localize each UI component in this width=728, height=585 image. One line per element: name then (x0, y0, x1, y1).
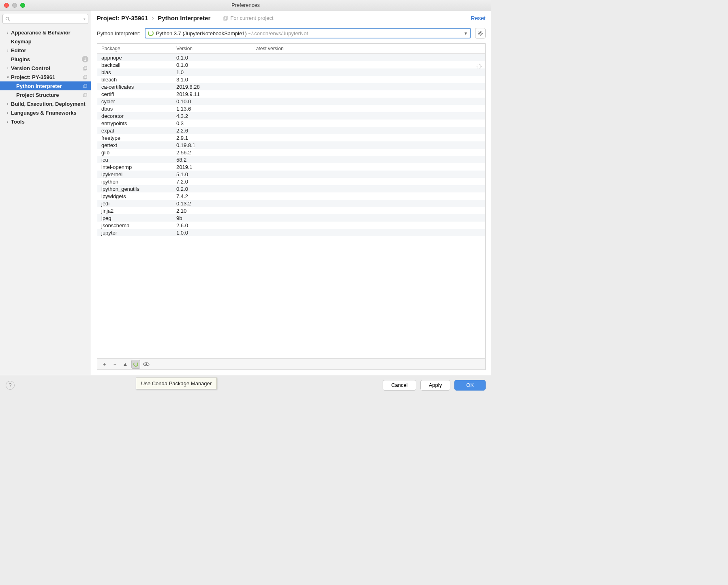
sidebar-item[interactable]: ›Plugins1 (0, 55, 91, 64)
reset-link[interactable]: Reset (471, 15, 486, 21)
cell-package: intel-openmp (97, 164, 172, 170)
copy-icon (83, 93, 88, 97)
cell-package: backcall (97, 62, 172, 68)
cell-version: 58.2 (172, 157, 249, 163)
cell-package: expat (97, 128, 172, 134)
conda-package-manager-button[interactable] (131, 360, 140, 369)
table-row[interactable]: blas1.0 (97, 68, 485, 76)
help-button[interactable]: ? (6, 381, 15, 390)
gear-icon (477, 30, 483, 36)
table-row[interactable]: icu58.2 (97, 156, 485, 163)
table-row[interactable]: ca-certificates2019.8.28 (97, 83, 485, 90)
table-row[interactable]: ipython7.2.0 (97, 178, 485, 185)
table-row[interactable]: jinja22.10 (97, 207, 485, 214)
svg-line-28 (477, 65, 478, 65)
sidebar-item[interactable]: Project Structure (0, 90, 91, 99)
cell-package: glib (97, 149, 172, 156)
cell-version: 1.0.0 (172, 230, 249, 236)
table-row[interactable]: decorator4.3.2 (97, 112, 485, 120)
sidebar-item[interactable]: ▾Project: PY-35961 (0, 73, 91, 81)
show-early-releases-button[interactable] (142, 360, 151, 369)
cell-version: 0.1.0 (172, 55, 249, 61)
copy-icon (223, 16, 228, 21)
interpreter-label: Python Interpreter: (97, 30, 141, 36)
sidebar-item[interactable]: ›Build, Execution, Deployment (0, 99, 91, 108)
cell-package: appnope (97, 55, 172, 61)
remove-package-button[interactable]: － (110, 360, 119, 369)
eye-icon (143, 362, 150, 366)
table-row[interactable]: freetype2.9.1 (97, 134, 485, 141)
add-package-button[interactable]: ＋ (100, 360, 109, 369)
interpreter-settings-button[interactable] (475, 28, 486, 38)
cell-package: ipykernel (97, 171, 172, 177)
sidebar-item[interactable]: ›Editor (0, 46, 91, 55)
copy-icon (83, 84, 88, 88)
sidebar-item-label: Plugins (11, 56, 30, 62)
sidebar-item[interactable]: Python Interpreter (0, 81, 91, 90)
upgrade-package-button[interactable]: ▲ (121, 360, 130, 369)
table-row[interactable]: glib2.56.2 (97, 149, 485, 156)
table-row[interactable]: gettext0.19.8.1 (97, 141, 485, 149)
table-row[interactable]: dbus1.13.6 (97, 105, 485, 112)
cell-version: 0.2.0 (172, 186, 249, 192)
sidebar-item-label: Project Structure (16, 92, 59, 98)
cell-version: 0.1.0 (172, 62, 249, 68)
loading-spinner-icon (476, 64, 482, 69)
sidebar-item-label: Keymap (11, 38, 32, 45)
table-row[interactable]: jpeg9b (97, 214, 485, 222)
cell-package: jinja2 (97, 208, 172, 214)
sidebar-item-label: Appearance & Behavior (11, 30, 71, 36)
column-header-package[interactable]: Package (97, 44, 172, 53)
table-row[interactable]: cycler0.10.0 (97, 98, 485, 105)
table-row[interactable]: bleach3.1.0 (97, 76, 485, 83)
svg-rect-8 (84, 94, 86, 96)
ok-button[interactable]: OK (454, 380, 486, 391)
expand-arrow-icon: › (5, 66, 10, 70)
table-row[interactable]: intel-openmp2019.1 (97, 163, 485, 171)
sidebar-item[interactable]: ›Languages & Frameworks (0, 108, 91, 117)
table-row[interactable]: jsonschema2.6.0 (97, 222, 485, 229)
cell-package: ipython (97, 179, 172, 185)
svg-line-18 (482, 34, 482, 35)
cell-version: 2.10 (172, 208, 249, 214)
expand-arrow-icon: ▾ (5, 75, 10, 79)
svg-rect-5 (84, 75, 87, 78)
column-header-latest[interactable]: Latest version (249, 44, 485, 53)
conda-ring-icon (148, 30, 154, 36)
cell-version: 1.0 (172, 69, 249, 75)
table-row[interactable]: ipython_genutils0.2.0 (97, 185, 485, 192)
table-row[interactable]: jupyter1.0.0 (97, 229, 485, 236)
package-toolbar: ＋ － ▲ (97, 358, 485, 369)
settings-tree: ›Appearance & Behavior›Keymap›Editor›Plu… (0, 27, 91, 375)
sidebar-item[interactable]: ›Keymap (0, 37, 91, 46)
table-row[interactable]: expat2.2.6 (97, 127, 485, 134)
table-row[interactable]: backcall0.1.0 (97, 61, 485, 68)
table-row[interactable]: certifi2019.9.11 (97, 90, 485, 98)
dropdown-icon[interactable]: ▾ (84, 17, 86, 21)
svg-line-22 (480, 65, 481, 65)
table-row[interactable]: ipykernel5.1.0 (97, 171, 485, 178)
sidebar-item[interactable]: ›Appearance & Behavior (0, 28, 91, 37)
table-row[interactable]: entrypoints0.3 (97, 120, 485, 127)
search-input[interactable]: ▾ (2, 14, 88, 24)
cell-package: entrypoints (97, 120, 172, 126)
table-row[interactable]: appnope0.1.0 (97, 54, 485, 61)
dialog-footer: ? Use Conda Package Manager Cancel Apply… (0, 375, 491, 395)
sidebar-item-label: Version Control (11, 65, 50, 71)
packages-table: Package Version Latest version appnope0.… (97, 43, 486, 370)
apply-button[interactable]: Apply (420, 380, 451, 391)
sidebar-item[interactable]: ›Tools (0, 117, 91, 126)
expand-arrow-icon: › (5, 111, 10, 115)
interpreter-combobox[interactable]: Python 3.7 (JupyterNotebookSample1) ~/.c… (145, 28, 471, 38)
column-header-version[interactable]: Version (172, 44, 249, 53)
sidebar-item[interactable]: ›Version Control (0, 64, 91, 73)
cell-version: 2.9.1 (172, 135, 249, 141)
cell-version: 0.19.8.1 (172, 142, 249, 148)
cell-version: 0.10.0 (172, 98, 249, 105)
cancel-button[interactable]: Cancel (383, 380, 416, 391)
table-row[interactable]: jedi0.13.2 (97, 200, 485, 207)
sidebar-item-label: Languages & Frameworks (11, 110, 77, 116)
search-icon (5, 17, 10, 21)
breadcrumb-separator: › (152, 15, 154, 21)
table-row[interactable]: ipywidgets7.4.2 (97, 192, 485, 200)
